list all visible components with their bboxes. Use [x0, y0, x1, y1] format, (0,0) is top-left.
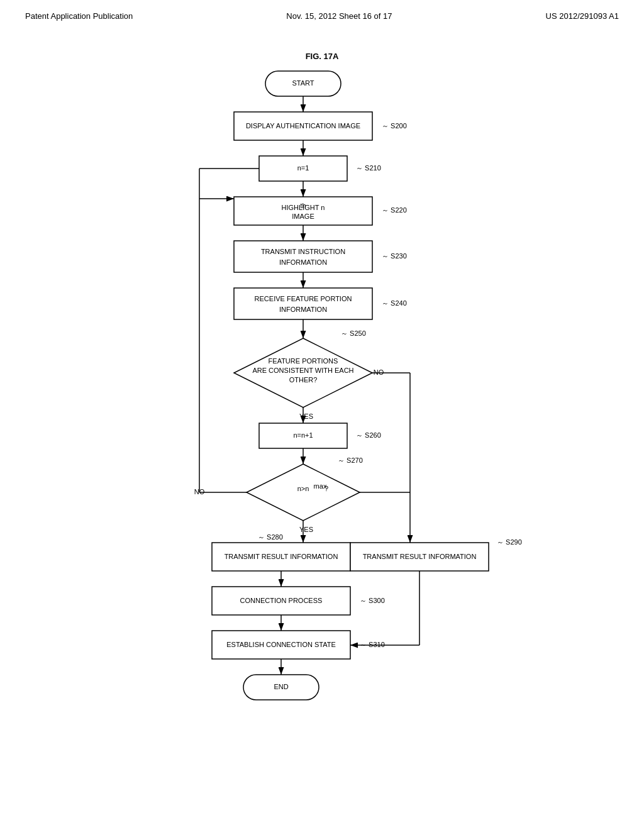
header-right: US 2012/291093 A1 — [546, 11, 619, 21]
s200-step: ～ S200 — [382, 122, 407, 130]
s230-node — [234, 241, 372, 272]
s310-label: ESTABLISH CONNECTION STATE — [226, 641, 336, 648]
diagram-area: FIG. 17A START DISPLAY AUTHENTICATION IM… — [0, 27, 644, 807]
s250-label-2: ARE CONSISTENT WITH EACH — [252, 367, 353, 374]
s240-label-1: RECEIVE FEATURE PORTION — [255, 295, 352, 302]
s210-step: ～ S210 — [356, 164, 381, 172]
s250-label-1: FEATURE PORTIONS — [269, 357, 338, 365]
s270-step: ～ S270 — [338, 456, 363, 464]
s210-label: n=1 — [297, 164, 309, 172]
header-left: Patent Application Publication — [25, 11, 133, 21]
s230-label-2: INFORMATION — [279, 258, 327, 266]
s250-yes: YES — [299, 412, 313, 420]
s200-label: DISPLAY AUTHENTICATION IMAGE — [246, 122, 360, 130]
s270-diamond — [247, 464, 360, 521]
s280-label: TRANSMIT RESULT INFORMATION — [225, 553, 338, 560]
s220-step: ～ S220 — [382, 206, 407, 214]
s230-step: ～ S230 — [382, 252, 407, 260]
s290-label: TRANSMIT RESULT INFORMATION — [363, 553, 477, 560]
s260-label: n=n+1 — [293, 431, 313, 439]
s220-label-th: th — [300, 202, 306, 209]
s300-step: ～ S300 — [360, 597, 385, 604]
s260-step: ～ S260 — [356, 431, 381, 439]
s300-label: CONNECTION PROCESS — [240, 597, 323, 604]
s250-label-3: OTHER? — [289, 376, 318, 384]
page-header: Patent Application Publication Nov. 15, … — [0, 0, 644, 27]
s240-node — [234, 288, 372, 319]
s270-label-1: n>n — [297, 485, 309, 492]
end-label: END — [274, 683, 288, 690]
s240-label-2: INFORMATION — [279, 306, 327, 313]
s250-step: ～ S250 — [341, 329, 366, 337]
s240-step: ～ S240 — [382, 299, 407, 307]
s290-step: ～ S290 — [497, 538, 522, 546]
s270-yes: YES — [299, 526, 313, 533]
s270-label-2: ? — [325, 485, 328, 492]
header-center: Nov. 15, 2012 Sheet 16 of 17 — [286, 11, 392, 21]
start-label: START — [292, 79, 314, 87]
s280-step-label: ～ S280 — [258, 533, 283, 541]
figure-title: FIG. 17A — [306, 52, 339, 61]
s250-no: NO — [374, 368, 384, 376]
s310-step: ～ S310 — [360, 641, 385, 648]
s230-label-1: TRANSMIT INSTRUCTION — [261, 248, 345, 255]
s220-label-2: IMAGE — [292, 213, 314, 220]
